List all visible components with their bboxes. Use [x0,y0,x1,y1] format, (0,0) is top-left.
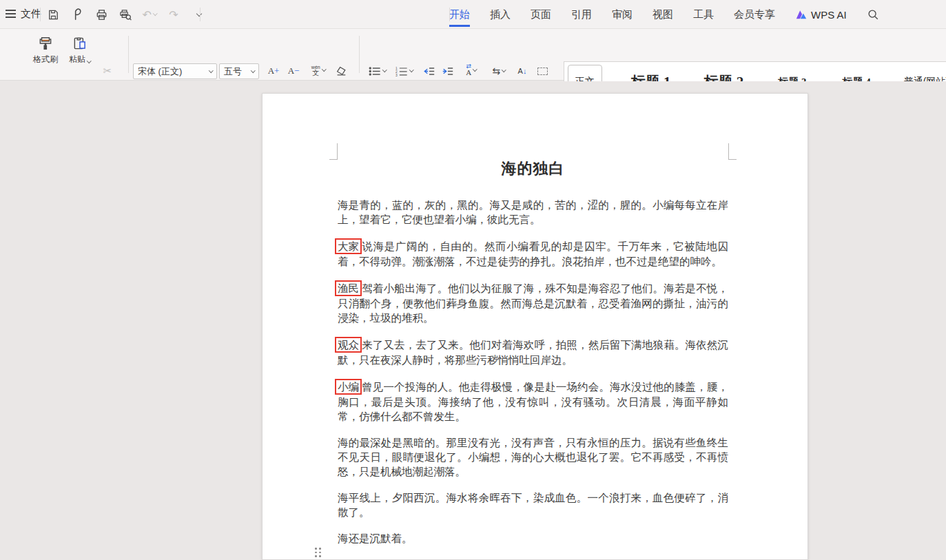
paragraph: 小编曾见一个投海的人。他走得极慢，像是赴一场约会。海水没过他的膝盖，腰，胸口，最… [338,379,728,424]
tab-review[interactable]: 审阅 [612,8,633,21]
red-boxed-word: 渔民 [335,280,362,296]
sort-button[interactable]: A↓ [515,63,530,79]
show-marks-button[interactable] [535,63,550,79]
ribbon-tabs: 开始 插入 页面 引用 审阅 视图 工具 会员专享 WPS AI [449,0,879,29]
tab-home[interactable]: 开始 [449,8,470,21]
customize-qat-chevron-icon[interactable] [190,7,205,22]
red-boxed-word: 大家 [335,238,362,254]
top-bar: 文件 ↶ ↷ 开始 插入 [0,0,946,29]
grow-font-button[interactable]: A+ [266,63,281,79]
divider [449,8,450,21]
bullet-list-button[interactable] [367,63,389,79]
file-menu[interactable]: 文件 [21,8,41,21]
save-icon[interactable] [45,7,61,22]
export-pdf-icon[interactable] [70,7,85,22]
undo-chevron-icon[interactable] [153,11,157,15]
format-painter-button[interactable]: 格式刷 [33,35,58,65]
divider [359,36,360,73]
paste-chevron-icon[interactable] [87,59,91,63]
undo-icon[interactable]: ↶ [142,7,157,22]
paragraph: 海的最深处是黑暗的。那里没有光，没有声音，只有永恒的压力。据说有些鱼终生不见天日… [338,435,728,479]
tab-insert[interactable]: 插入 [490,8,511,21]
shrink-font-button[interactable]: A− [286,63,301,79]
ribbon: 格式刷 粘贴 ✂ ↘ 宋体 (正文) 五号 A+ A− wén文 [0,29,946,81]
main-menu-icon[interactable] [6,10,16,18]
paragraph: 观众来了又去，去了又来。他们对着海欢呼，拍照，然后留下满地狼藉。海依然沉默，只在… [338,337,728,367]
pinyin-guide-button[interactable]: wén文 [307,63,329,78]
print-icon[interactable] [94,7,109,22]
search-icon[interactable] [867,8,879,21]
document-area: 海的独白 海是青的，蓝的，灰的，黑的。海又是咸的，苦的，涩的，腥的。小编每每立在… [0,81,946,560]
redo-icon[interactable]: ↷ [166,7,181,22]
char-scale-button[interactable]: ⇄A [460,63,483,78]
wps-writer-window: 文件 ↶ ↷ 开始 插入 [0,0,946,560]
paragraph: 渔民驾着小船出海了。他们以为征服了海，殊不知是海容忍了他们。海若是不悦，只消翻个… [338,280,728,325]
red-boxed-word: 观众 [335,337,362,353]
font-name-select[interactable]: 宋体 (正文) [133,63,217,79]
paragraph-drag-handle[interactable] [315,548,321,557]
document-page[interactable]: 海的独白 海是青的，蓝的，灰的，黑的。海又是咸的，苦的，涩的，腥的。小编每每立在… [262,93,808,560]
paragraph: 海平线上，夕阳西沉。海水将余晖吞下，染成血色。一个浪打来，血色便碎了，消散了。 [338,490,728,519]
wps-ai-logo-icon [795,9,808,21]
font-size-select[interactable]: 五号 [219,63,259,79]
pinyin-chevron-icon[interactable] [322,67,326,71]
document-content[interactable]: 海的独白 海是青的，蓝的，灰的，黑的。海又是咸的，苦的，涩的，腥的。小编每每立在… [338,158,728,557]
divider [40,8,41,21]
paragraph: 海是青的，蓝的，灰的，黑的。海又是咸的，苦的，涩的，腥的。小编每每立在岸上，望着… [338,198,728,227]
tab-tools[interactable]: 工具 [693,8,714,21]
increase-indent-button[interactable] [440,63,455,79]
paste-icon [72,35,88,52]
paragraph: 海还是沉默着。 [338,531,728,546]
format-painter-icon [37,35,54,52]
tab-member[interactable]: 会员专享 [734,8,775,21]
document-title: 海的独白 [338,158,728,179]
text-direction-button[interactable]: ⇆ [488,63,510,79]
red-boxed-word: 小编 [335,379,362,395]
divider [200,8,200,21]
wps-ai-button[interactable]: WPS AI [795,9,847,21]
decrease-indent-button[interactable] [422,63,437,79]
clear-format-button[interactable] [333,63,349,79]
quick-access-toolbar: ↶ ↷ [45,0,205,29]
tab-page[interactable]: 页面 [531,8,551,21]
paragraph: 大家说海是广阔的，自由的。然而小编看见的却是囚牢。千万年来，它被陆地囚着，不得动… [338,238,728,269]
tab-reference[interactable]: 引用 [571,8,592,21]
cut-icon[interactable]: ✂ [100,63,115,79]
svg-text:3: 3 [395,73,398,76]
tab-view[interactable]: 视图 [652,8,673,21]
divider [128,36,129,73]
print-preview-icon[interactable] [118,7,133,22]
paste-button[interactable]: 粘贴 [69,35,91,65]
numbered-list-button[interactable]: 123 [393,63,415,79]
